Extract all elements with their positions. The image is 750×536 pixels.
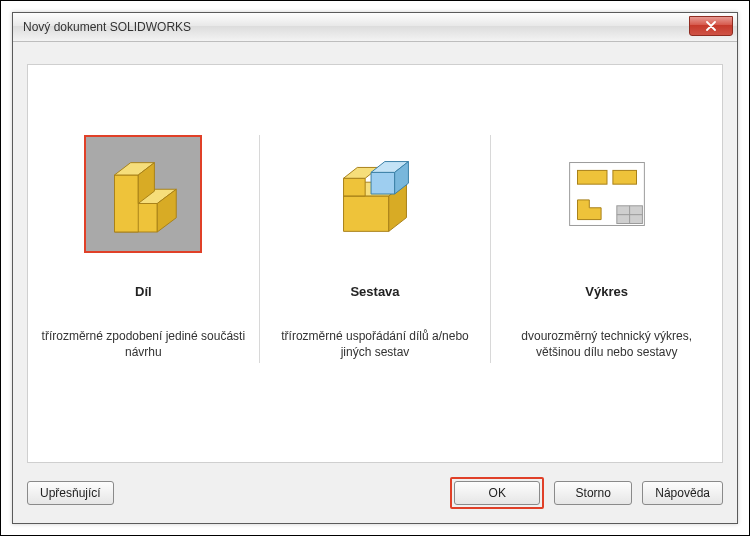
- svg-marker-11: [371, 172, 395, 194]
- svg-rect-15: [577, 170, 607, 184]
- option-part-desc: třírozměrné zpodobení jediné součásti ná…: [40, 329, 247, 363]
- cancel-button[interactable]: Storno: [554, 481, 632, 505]
- help-button[interactable]: Nápověda: [642, 481, 723, 505]
- advanced-button[interactable]: Upřesňující: [27, 481, 114, 505]
- close-icon: [705, 21, 717, 31]
- part-icon-wrap: [84, 135, 202, 253]
- titlebar[interactable]: Nový dokument SOLIDWORKS: [13, 13, 737, 42]
- drawing-icon: [548, 135, 666, 253]
- svg-marker-2: [115, 175, 139, 232]
- dialog-footer: Upřesňující OK Storno Nápověda: [27, 477, 723, 509]
- option-drawing-title: Výkres: [503, 284, 710, 299]
- svg-marker-6: [344, 196, 389, 231]
- ok-highlight: OK: [450, 477, 544, 509]
- svg-rect-16: [613, 170, 637, 184]
- option-part[interactable]: Díl třírozměrné zpodobení jediné součást…: [28, 135, 259, 363]
- new-document-dialog: Nový dokument SOLIDWORKS: [12, 12, 738, 524]
- option-part-title: Díl: [40, 284, 247, 299]
- ok-button[interactable]: OK: [454, 481, 540, 505]
- dialog-body: Díl třírozměrné zpodobení jediné součást…: [13, 42, 737, 523]
- close-button[interactable]: [689, 16, 733, 36]
- assembly-icon-wrap: [316, 135, 434, 253]
- option-drawing-desc: dvourozměrný technický výkres, většinou …: [503, 329, 710, 363]
- option-assembly[interactable]: Sestava třírozměrné uspořádání dílů a/ne…: [259, 135, 491, 363]
- option-assembly-title: Sestava: [272, 284, 479, 299]
- options-panel: Díl třírozměrné zpodobení jediné součást…: [27, 64, 723, 463]
- svg-marker-9: [344, 178, 366, 196]
- window-title: Nový dokument SOLIDWORKS: [23, 20, 191, 34]
- option-drawing[interactable]: Výkres dvourozměrný technický výkres, vě…: [490, 135, 722, 363]
- option-assembly-desc: třírozměrné uspořádání dílů a/nebo jinýc…: [272, 329, 479, 363]
- part-icon: [86, 137, 200, 251]
- drawing-icon-wrap: [548, 135, 666, 253]
- assembly-icon: [316, 135, 434, 253]
